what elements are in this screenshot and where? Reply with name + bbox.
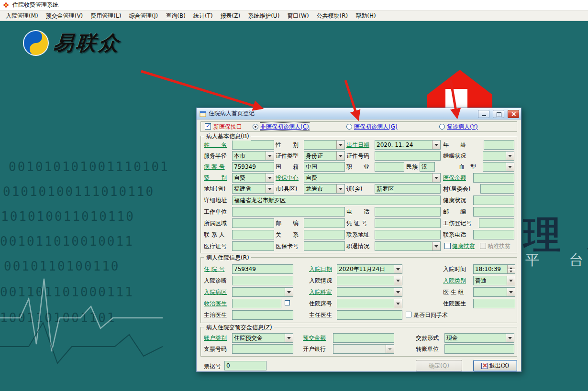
resident-doctor-field[interactable] xyxy=(473,299,515,308)
menu-item-expense[interactable]: 费用管理(L) xyxy=(87,11,125,21)
spinner-up-icon[interactable] xyxy=(507,265,515,269)
menu-item-statistics[interactable]: 统计(T) xyxy=(189,11,217,21)
nationality-field[interactable]: 中国 xyxy=(304,162,345,172)
spinner-down-icon[interactable] xyxy=(507,269,515,273)
village-field[interactable] xyxy=(480,184,514,194)
occupation-field[interactable] xyxy=(375,162,404,172)
radio-non-insurance-label[interactable]: 非医保初诊病人(C) xyxy=(260,123,309,130)
prepaid-amount-field[interactable] xyxy=(333,333,394,343)
insurance-balance-field[interactable] xyxy=(473,173,514,183)
relationship-field[interactable] xyxy=(304,230,345,239)
check-number-field[interactable] xyxy=(232,344,293,354)
dropdown-arrow-icon[interactable] xyxy=(336,185,344,193)
admission-type-select[interactable]: 普通 xyxy=(473,276,515,285)
dialog-titlebar[interactable]: 住院病人首页登记 xyxy=(197,108,521,119)
dropdown-arrow-icon[interactable] xyxy=(285,288,293,296)
health-poverty-checkbox[interactable] xyxy=(444,243,451,249)
postal-code-2-field[interactable] xyxy=(304,218,345,228)
fee-type-select[interactable]: 自费 xyxy=(232,173,274,183)
bed-number-select[interactable] xyxy=(337,299,402,308)
age-field[interactable] xyxy=(484,140,514,150)
dropdown-arrow-icon[interactable] xyxy=(432,242,440,250)
id-number-field[interactable] xyxy=(375,151,441,161)
dropdown-arrow-icon[interactable] xyxy=(507,288,515,296)
gender-select[interactable] xyxy=(304,140,345,150)
blood-type-select[interactable] xyxy=(483,162,514,172)
menu-item-prepayment[interactable]: 预交金管理(V) xyxy=(42,11,87,21)
menu-item-maintenance[interactable]: 系统维护(U) xyxy=(244,11,283,21)
contact-address-field[interactable] xyxy=(375,230,441,239)
dropdown-arrow-icon[interactable] xyxy=(506,163,514,171)
exit-button[interactable]: 退出(X) xyxy=(473,360,517,371)
minimize-button[interactable] xyxy=(478,110,489,118)
menu-item-query[interactable]: 查询(B) xyxy=(162,11,189,21)
dropdown-arrow-icon[interactable] xyxy=(285,334,293,342)
radio-return-visit[interactable] xyxy=(439,124,445,130)
admitting-doctor-field[interactable] xyxy=(232,299,281,308)
radio-return-label[interactable]: 复诊病人(Y) xyxy=(447,123,478,130)
dropdown-arrow-icon[interactable] xyxy=(266,174,274,182)
case-number-field[interactable]: 759349 xyxy=(232,162,274,172)
day-surgery-checkbox[interactable] xyxy=(406,312,411,317)
insurance-center-select[interactable]: 自费 xyxy=(304,173,441,183)
dropdown-arrow-icon[interactable] xyxy=(386,345,394,353)
insurance-card-field[interactable] xyxy=(304,241,345,251)
dropdown-arrow-icon[interactable] xyxy=(394,276,402,285)
work-injury-reg-field[interactable] xyxy=(479,218,514,228)
dropdown-arrow-icon[interactable] xyxy=(506,334,514,342)
admission-date-select[interactable]: 2020年11月24日 xyxy=(337,264,402,274)
dropdown-arrow-icon[interactable] xyxy=(336,152,344,160)
menu-item-help[interactable]: 帮助(H) xyxy=(352,11,379,21)
dropdown-arrow-icon[interactable] xyxy=(394,288,402,296)
payment-form-select[interactable]: 现金 xyxy=(444,333,514,343)
contact-phone-field[interactable] xyxy=(473,230,514,239)
dropdown-arrow-icon[interactable] xyxy=(432,141,440,149)
town-field[interactable]: 新罗区 xyxy=(375,184,441,194)
phone-field[interactable] xyxy=(375,207,441,217)
contact-person-field[interactable] xyxy=(232,230,274,239)
radio-insurance-label[interactable]: 医保初诊病人(G) xyxy=(354,123,398,130)
menu-item-comprehensive[interactable]: 综合管理(J) xyxy=(125,11,162,21)
precise-poverty-checkbox[interactable] xyxy=(480,243,486,249)
admission-time-spinner[interactable]: 18:10:39 xyxy=(473,264,515,274)
account-type-select[interactable]: 住院预交金 xyxy=(232,333,293,343)
admission-dept-select[interactable] xyxy=(337,287,402,297)
bank-select[interactable] xyxy=(333,344,394,354)
province-select[interactable]: 福建省 xyxy=(232,184,274,194)
doctor-group-select[interactable] xyxy=(473,287,515,297)
dropdown-arrow-icon[interactable] xyxy=(432,174,440,182)
dropdown-arrow-icon[interactable] xyxy=(266,152,274,160)
name-field[interactable] xyxy=(232,140,274,150)
transfer-unit-field[interactable] xyxy=(444,344,514,354)
menu-item-public-modules[interactable]: 公共模块(R) xyxy=(313,11,352,21)
marital-status-select[interactable] xyxy=(483,151,514,161)
admission-condition-select[interactable] xyxy=(337,276,402,285)
dropdown-arrow-icon[interactable] xyxy=(394,265,402,273)
radio-insurance-first-visit[interactable] xyxy=(346,124,352,130)
dropdown-arrow-icon[interactable] xyxy=(506,152,514,160)
work-unit-field[interactable] xyxy=(232,207,345,217)
id-type-select[interactable]: 身份证 xyxy=(304,151,345,161)
receipt-number-field[interactable]: 0 xyxy=(224,361,266,370)
menu-item-reports[interactable]: 报表(Z) xyxy=(217,11,244,21)
dropdown-arrow-icon[interactable] xyxy=(507,276,515,285)
maximize-button[interactable] xyxy=(493,110,504,118)
new-insurance-checkbox[interactable] xyxy=(205,123,211,130)
chief-doctor-field[interactable] xyxy=(337,310,402,320)
admission-diagnosis-field[interactable] xyxy=(232,276,293,285)
region-field[interactable] xyxy=(232,218,274,228)
admission-ward-select[interactable] xyxy=(232,287,293,297)
retirement-status-select[interactable] xyxy=(375,241,441,251)
radio-non-insurance-first-visit[interactable] xyxy=(253,124,258,130)
admission-number-field[interactable]: 759349 xyxy=(232,264,293,274)
menu-item-window[interactable]: 窗口(W) xyxy=(283,11,312,21)
detailed-address-field[interactable]: 福建省龙岩市新罗区 xyxy=(232,196,441,205)
admitting-doctor-checkbox[interactable] xyxy=(285,300,290,305)
dropdown-arrow-icon[interactable] xyxy=(336,141,344,149)
dropdown-arrow-icon[interactable] xyxy=(266,185,274,193)
ok-button[interactable]: 确定(Q) xyxy=(416,360,462,371)
city-select[interactable]: 龙岩市 xyxy=(304,184,345,194)
health-status-field[interactable] xyxy=(473,196,514,205)
ethnicity-field[interactable]: 汉 xyxy=(420,162,435,172)
voucher-number-field[interactable] xyxy=(375,218,441,228)
